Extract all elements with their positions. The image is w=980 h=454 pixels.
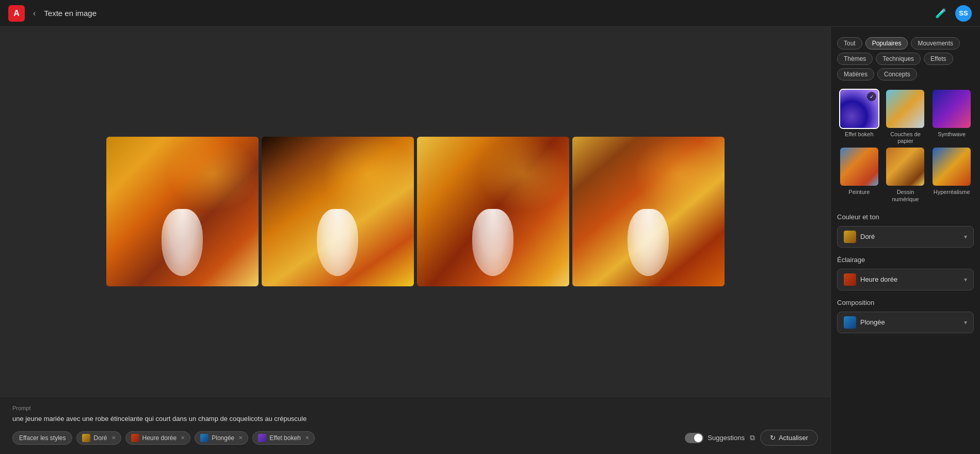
style-item-painting[interactable]: Peinture <box>837 147 881 202</box>
toggle-thumb <box>694 434 702 442</box>
lighting-dropdown-value: Heure dorée <box>860 275 960 283</box>
tag-plongee-label: Plongée <box>212 434 234 442</box>
filter-techniques[interactable]: Techniques <box>876 53 921 65</box>
composition-dropdown[interactable]: Plongée ▾ <box>837 312 974 333</box>
filter-effets[interactable]: Effets <box>924 53 953 65</box>
tag-bokeh-close[interactable]: ✕ <box>305 435 309 441</box>
filter-concepts[interactable]: Concepts <box>877 68 917 80</box>
synthwave-bg <box>933 90 971 128</box>
style-item-bokeh[interactable]: ✓ Effet bokeh <box>837 89 881 144</box>
composition-dropdown-icon <box>844 316 856 329</box>
dress-2 <box>317 209 358 276</box>
style-thumb-layers <box>885 89 925 129</box>
lighting-chevron-icon: ▾ <box>964 276 967 283</box>
update-icon: ↻ <box>770 434 776 442</box>
style-label-synthwave: Synthwave <box>938 131 966 138</box>
color-dropdown-icon <box>844 231 856 243</box>
layers-bg <box>886 90 924 128</box>
prompt-text: une jeune mariée avec une robe étincelan… <box>12 414 818 424</box>
copy-icon[interactable]: ⧉ <box>750 433 755 442</box>
suggestions-label: Suggestions <box>708 434 745 442</box>
main-layout: Prompt une jeune mariée avec une robe ét… <box>0 27 980 454</box>
dress-4 <box>628 209 669 276</box>
tag-heure[interactable]: Heure dorée ✕ <box>125 431 191 445</box>
update-button[interactable]: ↻ Actualiser <box>760 430 818 446</box>
prompt-area: Prompt une jeune mariée avec une robe ét… <box>0 396 830 454</box>
composition-dropdown-value: Plongée <box>860 318 960 326</box>
style-thumb-painting <box>839 147 879 187</box>
style-label-painting: Peinture <box>848 189 870 196</box>
prompt-tags: Effacer les styles Doré ✕ Heure dorée ✕ … <box>12 430 818 446</box>
content-area: Prompt une jeune mariée avec une robe ét… <box>0 27 830 454</box>
image-card-1[interactable] <box>106 137 259 286</box>
style-thumb-digital <box>885 147 925 187</box>
dress-3 <box>472 209 513 276</box>
filter-matieres[interactable]: Matières <box>837 68 874 80</box>
image-card-4[interactable] <box>572 137 725 286</box>
composition-chevron-icon: ▾ <box>964 319 967 326</box>
filter-tout[interactable]: Tout <box>837 37 862 50</box>
tag-heure-close[interactable]: ✕ <box>181 435 185 441</box>
tag-gold[interactable]: Doré ✕ <box>76 431 121 445</box>
lighting-section-label: Éclairage <box>831 250 980 267</box>
composition-section-label: Composition <box>831 293 980 310</box>
flask-icon-button[interactable]: 🧪 <box>933 5 949 22</box>
light-overlay-1 <box>167 137 259 212</box>
style-label-bokeh: Effet bokeh <box>845 131 873 138</box>
light-overlay-4 <box>633 137 725 212</box>
toggle-track[interactable] <box>685 433 703 443</box>
tag-plongee-close[interactable]: ✕ <box>238 435 243 441</box>
bokeh-icon <box>258 434 266 442</box>
right-panel: Tout Populaires Mouvements Thèmes Techni… <box>830 27 980 454</box>
gold-icon <box>82 434 90 442</box>
digital-bg <box>886 148 924 186</box>
style-grid: ✓ Effet bokeh Couches de papier Synthwav… <box>831 85 980 207</box>
lighting-dropdown[interactable]: Heure dorée ▾ <box>837 269 974 290</box>
images-container <box>0 27 830 396</box>
tag-gold-close[interactable]: ✕ <box>111 435 116 441</box>
style-item-synthwave[interactable]: Synthwave <box>929 89 974 144</box>
tag-plongee[interactable]: Plongée ✕ <box>195 431 248 445</box>
image-card-3[interactable] <box>417 137 569 286</box>
clear-styles-button[interactable]: Effacer les styles <box>12 431 72 445</box>
check-badge-bokeh: ✓ <box>867 92 876 101</box>
light-overlay-2 <box>323 137 414 212</box>
painting-bg <box>840 148 878 186</box>
back-button[interactable]: ‹ <box>31 7 38 20</box>
image-card-2[interactable] <box>262 137 414 286</box>
hyper-bg <box>933 148 971 186</box>
suggestions-toggle[interactable]: Suggestions <box>685 433 745 443</box>
style-label-hyper: Hyperréalisme <box>934 189 970 196</box>
image-1 <box>106 137 259 286</box>
light-overlay-3 <box>478 137 569 212</box>
style-label-layers: Couches de papier <box>883 131 928 144</box>
image-4 <box>572 137 725 286</box>
update-label: Actualiser <box>779 434 808 442</box>
color-dropdown[interactable]: Doré ▾ <box>837 226 974 248</box>
filter-themes[interactable]: Thèmes <box>837 53 873 65</box>
image-2 <box>262 137 414 286</box>
tag-heure-label: Heure dorée <box>142 434 177 442</box>
style-item-layers[interactable]: Couches de papier <box>883 89 928 144</box>
color-dropdown-value: Doré <box>860 233 960 240</box>
style-thumb-bokeh: ✓ <box>839 89 879 129</box>
style-item-hyper[interactable]: Hyperréalisme <box>929 147 974 202</box>
light-icon <box>131 434 139 442</box>
dive-icon <box>200 434 208 442</box>
color-section-label: Couleur et ton <box>831 207 980 224</box>
filter-mouvements[interactable]: Mouvements <box>911 37 960 50</box>
adobe-logo[interactable]: A <box>8 5 25 22</box>
style-thumb-hyper <box>931 147 972 187</box>
header: A ‹ Texte en image 🧪 SS <box>0 0 980 27</box>
color-chevron-icon: ▾ <box>964 233 967 240</box>
avatar[interactable]: SS <box>955 5 972 22</box>
page-title: Texte en image <box>44 9 97 18</box>
filter-populaires[interactable]: Populaires <box>865 37 908 50</box>
tag-bokeh[interactable]: Effet bokeh ✕ <box>252 431 315 445</box>
tag-bokeh-label: Effet bokeh <box>269 434 301 442</box>
lighting-dropdown-icon <box>844 273 856 286</box>
style-label-digital: Dessin numérique <box>883 189 928 202</box>
style-item-digital[interactable]: Dessin numérique <box>883 147 928 202</box>
prompt-right: Suggestions ⧉ ↻ Actualiser <box>685 430 818 446</box>
filter-tags: Tout Populaires Mouvements Thèmes Techni… <box>831 33 980 85</box>
